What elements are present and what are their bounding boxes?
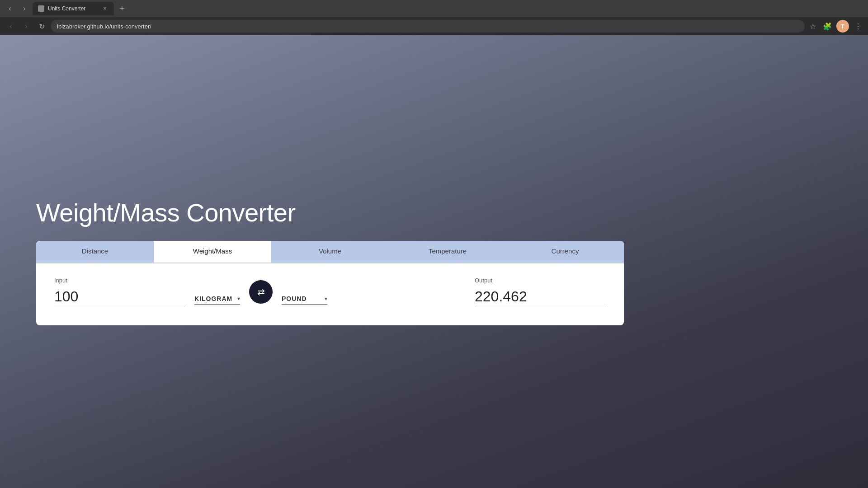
tab-weight[interactable]: Weight/Mass xyxy=(154,241,271,263)
tab-bar: ‹ › Units Converter × + xyxy=(0,0,868,17)
browser-back-small[interactable]: ‹ xyxy=(4,2,16,15)
browser-forward-small[interactable]: › xyxy=(18,2,31,15)
output-label: Output xyxy=(475,277,606,284)
tab-close-button[interactable]: × xyxy=(101,5,108,12)
address-bar-icons: ☆ 🧩 T ⋮ xyxy=(807,20,863,33)
menu-icon[interactable]: ⋮ xyxy=(853,21,863,32)
bookmark-icon[interactable]: ☆ xyxy=(807,21,818,32)
to-unit-select[interactable]: POUND KILOGRAM GRAM OUNCE TON xyxy=(282,295,322,302)
to-unit-select-wrapper: POUND KILOGRAM GRAM OUNCE TON ▾ xyxy=(282,293,327,305)
tab-distance[interactable]: Distance xyxy=(36,241,154,263)
swap-area: ⇄ xyxy=(249,280,273,307)
converter-tabs: Distance Weight/Mass Volume Temperature … xyxy=(36,241,624,263)
input-group: Input xyxy=(54,277,185,307)
page-title: Weight/Mass Converter xyxy=(36,198,296,227)
swap-icon: ⇄ xyxy=(257,286,265,297)
profile-button[interactable]: T xyxy=(836,20,849,33)
input-label: Input xyxy=(54,277,185,284)
from-unit-chevron-icon: ▾ xyxy=(237,296,240,302)
tab-temperature[interactable]: Temperature xyxy=(389,241,506,263)
address-bar-row: ‹ › ↻ ☆ 🧩 T ⋮ xyxy=(0,17,868,35)
output-group: Output 220.462 xyxy=(475,277,606,307)
tab-volume[interactable]: Volume xyxy=(271,241,389,263)
converter-body: Input KILOGRAM GRAM POUND OUNCE TON ▾ xyxy=(36,263,624,325)
back-button[interactable]: ‹ xyxy=(5,20,17,33)
swap-button[interactable]: ⇄ xyxy=(249,280,273,304)
extensions-icon[interactable]: 🧩 xyxy=(822,21,833,32)
tab-favicon xyxy=(38,5,44,12)
new-tab-button[interactable]: + xyxy=(116,2,128,15)
from-unit-select[interactable]: KILOGRAM GRAM POUND OUNCE TON xyxy=(194,295,235,302)
refresh-button[interactable]: ↻ xyxy=(35,20,48,33)
converter-output: 220.462 xyxy=(475,286,606,307)
to-unit-chevron-icon: ▾ xyxy=(325,296,327,302)
converter-card: Distance Weight/Mass Volume Temperature … xyxy=(36,241,624,325)
browser-chrome: ‹ › Units Converter × + ‹ › ↻ ☆ 🧩 T ⋮ xyxy=(0,0,868,35)
page-content: Weight/Mass Converter Distance Weight/Ma… xyxy=(0,35,868,488)
address-bar-input[interactable] xyxy=(51,20,805,33)
to-unit-wrapper: POUND KILOGRAM GRAM OUNCE TON ▾ xyxy=(282,293,327,307)
tab-title: Units Converter xyxy=(48,5,98,12)
from-unit-select-wrapper: KILOGRAM GRAM POUND OUNCE TON ▾ xyxy=(194,293,240,305)
active-tab[interactable]: Units Converter × xyxy=(33,2,114,15)
converter-input[interactable] xyxy=(54,286,185,307)
tab-currency[interactable]: Currency xyxy=(506,241,624,263)
from-unit-wrapper: KILOGRAM GRAM POUND OUNCE TON ▾ xyxy=(194,293,240,307)
forward-button[interactable]: › xyxy=(20,20,33,33)
